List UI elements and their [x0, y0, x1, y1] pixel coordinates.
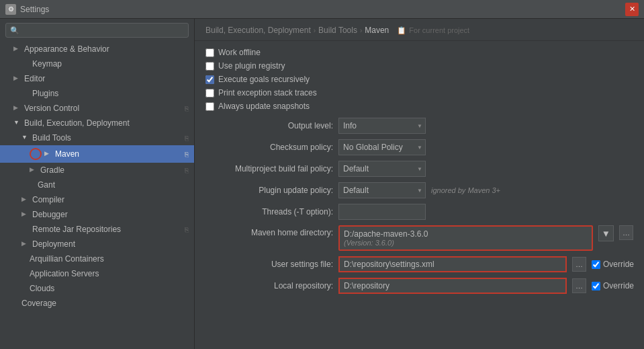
arrow-icon: ▶ — [21, 240, 30, 248]
output-level-label: Output level: — [205, 121, 333, 130]
search-input[interactable] — [22, 26, 184, 35]
breadcrumb-part1: Build, Execution, Deployment — [205, 26, 311, 35]
copy-icon: ⎘ — [185, 134, 189, 142]
local-repository-input[interactable] — [338, 278, 567, 294]
sidebar-item-label: Arquillian Containers — [30, 254, 189, 264]
maven-circle-icon — [30, 148, 42, 160]
main-container: 🔍 ▶ Appearance & Behavior Keymap ▶ Edito… — [0, 19, 644, 349]
sidebar-item-clouds[interactable]: Clouds — [0, 281, 194, 296]
plugin-registry-label: Use plugin registry — [218, 61, 285, 71]
settings-panel: Work offline Use plugin registry Execute… — [195, 41, 644, 349]
search-icon: 🔍 — [10, 26, 19, 35]
copy-icon: ⎘ — [185, 226, 189, 233]
close-button[interactable]: ✕ — [625, 3, 639, 16]
arrow-icon: ▶ — [13, 104, 21, 112]
checksum-policy-select[interactable]: No Global Policy Fail Warn Ignore — [338, 139, 426, 155]
sidebar-item-label: Editor — [24, 74, 189, 83]
sidebar-item-debugger[interactable]: ▶ Debugger — [0, 207, 194, 222]
user-settings-override-checkbox[interactable] — [592, 260, 600, 269]
sidebar-item-label: Clouds — [30, 284, 189, 293]
maven-home-version: (Version: 3.6.0) — [344, 239, 588, 247]
work-offline-label: Work offline — [218, 48, 261, 57]
local-repository-override-row: Override — [592, 281, 634, 290]
window-title: Settings — [20, 5, 625, 14]
sidebar-item-label: Deployment — [32, 239, 189, 249]
sidebar-item-maven[interactable]: ▶ Maven ⎘ — [0, 145, 194, 163]
ignored-note: ignored by Maven 3+ — [431, 186, 500, 194]
user-settings-row: User settings file: … Override — [205, 256, 633, 272]
user-settings-label: User settings file: — [205, 260, 333, 269]
breadcrumb: Build, Execution, Deployment › Build Too… — [195, 19, 644, 41]
always-update-checkbox[interactable] — [205, 102, 214, 111]
sidebar-item-arquillian[interactable]: Arquillian Containers — [0, 251, 194, 266]
output-level-select[interactable]: Quiet Info Debug — [338, 118, 426, 134]
sidebar-item-appearance[interactable]: ▶ Appearance & Behavior — [0, 42, 194, 56]
breadcrumb-part2: Build Tools — [318, 26, 357, 35]
option-execute-goals: Execute goals recursively — [205, 75, 633, 84]
content-area: Build, Execution, Deployment › Build Too… — [195, 19, 644, 349]
plugin-registry-checkbox[interactable] — [205, 62, 214, 71]
sidebar-item-label: Version Control — [24, 104, 185, 113]
breadcrumb-sep2: › — [360, 27, 362, 34]
plugin-update-policy-select[interactable]: Default Force update Do not update — [338, 182, 426, 198]
multiproject-policy-select[interactable]: Default Fail Fail Never Fail Fast — [338, 161, 426, 177]
sidebar-item-label: Maven — [55, 149, 185, 159]
output-level-row: Output level: Quiet Info Debug — [205, 118, 633, 134]
maven-home-label: Maven home directory: — [205, 225, 333, 237]
checksum-policy-label: Checksum policy: — [205, 143, 333, 152]
copy-icon: ⎘ — [185, 151, 189, 158]
arrow-icon: ▶ — [21, 196, 30, 204]
sidebar-item-build-exec[interactable]: ▼ Build, Execution, Deployment — [0, 116, 194, 130]
plugin-update-policy-label: Plugin update policy: — [205, 186, 333, 195]
local-repository-override-checkbox[interactable] — [592, 282, 600, 290]
copy-icon: ⎘ — [185, 105, 189, 112]
threads-label: Threads (-T option): — [205, 207, 333, 217]
plugin-update-policy-row: Plugin update policy: Default Force upda… — [205, 182, 633, 198]
execute-goals-checkbox[interactable] — [205, 75, 214, 84]
sidebar-item-deployment[interactable]: ▶ Deployment — [0, 237, 194, 251]
sidebar-item-coverage[interactable]: Coverage — [0, 296, 194, 311]
multiproject-policy-label: Multiproject build fail policy: — [205, 164, 333, 173]
print-exception-checkbox[interactable] — [205, 89, 214, 98]
local-repository-browse-button[interactable]: … — [572, 278, 586, 293]
title-bar: ⚙ Settings ✕ — [0, 0, 644, 19]
sidebar-item-gant[interactable]: Gant — [0, 178, 194, 192]
sidebar-item-keymap[interactable]: Keymap — [0, 56, 194, 71]
plugin-update-policy-wrapper: Default Force update Do not update — [338, 182, 426, 198]
print-exception-label: Print exception stack traces — [218, 88, 317, 98]
sidebar-item-version-control[interactable]: ▶ Version Control ⎘ — [0, 101, 194, 116]
sidebar-item-remote-jar[interactable]: Remote Jar Repositories ⎘ — [0, 222, 194, 237]
maven-home-dropdown-button[interactable]: ▼ — [598, 225, 614, 241]
arrow-icon: ▼ — [21, 134, 30, 142]
checksum-policy-wrapper: No Global Policy Fail Warn Ignore — [338, 139, 426, 155]
sidebar-item-build-tools[interactable]: ▼ Build Tools ⎘ — [0, 130, 194, 145]
option-plugin-registry: Use plugin registry — [205, 61, 633, 71]
multiproject-policy-row: Multiproject build fail policy: Default … — [205, 161, 633, 177]
execute-goals-label: Execute goals recursively — [218, 75, 310, 84]
arrow-icon: ▶ — [44, 150, 52, 158]
sidebar-item-label: Appearance & Behavior — [24, 44, 189, 54]
sidebar-item-gradle[interactable]: ▶ Gradle ⎘ — [0, 163, 194, 178]
threads-input[interactable] — [338, 204, 426, 220]
sidebar-item-label: Coverage — [21, 299, 189, 308]
maven-home-browse-button[interactable]: … — [619, 225, 633, 240]
sidebar-item-plugins[interactable]: Plugins — [0, 86, 194, 101]
sidebar: 🔍 ▶ Appearance & Behavior Keymap ▶ Edito… — [0, 19, 195, 349]
local-repository-row: Local repository: … Override — [205, 278, 633, 294]
user-settings-input[interactable] — [338, 256, 567, 272]
breadcrumb-sep1: › — [314, 27, 316, 34]
user-settings-override-row: Override — [592, 260, 634, 269]
app-icon: ⚙ — [5, 4, 16, 15]
arrow-icon: ▶ — [21, 210, 30, 219]
sidebar-item-compiler[interactable]: ▶ Compiler — [0, 192, 194, 207]
sidebar-item-app-servers[interactable]: Application Servers — [0, 266, 194, 281]
work-offline-checkbox[interactable] — [205, 48, 214, 57]
always-update-label: Always update snapshots — [218, 102, 310, 111]
sidebar-item-label: Gradle — [40, 165, 185, 175]
sidebar-item-label: Remote Jar Repositories — [32, 225, 185, 234]
arrow-spacer — [21, 89, 30, 98]
option-print-exception: Print exception stack traces — [205, 88, 633, 98]
search-box[interactable]: 🔍 — [5, 23, 189, 38]
sidebar-item-editor[interactable]: ▶ Editor — [0, 71, 194, 86]
user-settings-browse-button[interactable]: … — [572, 257, 586, 272]
